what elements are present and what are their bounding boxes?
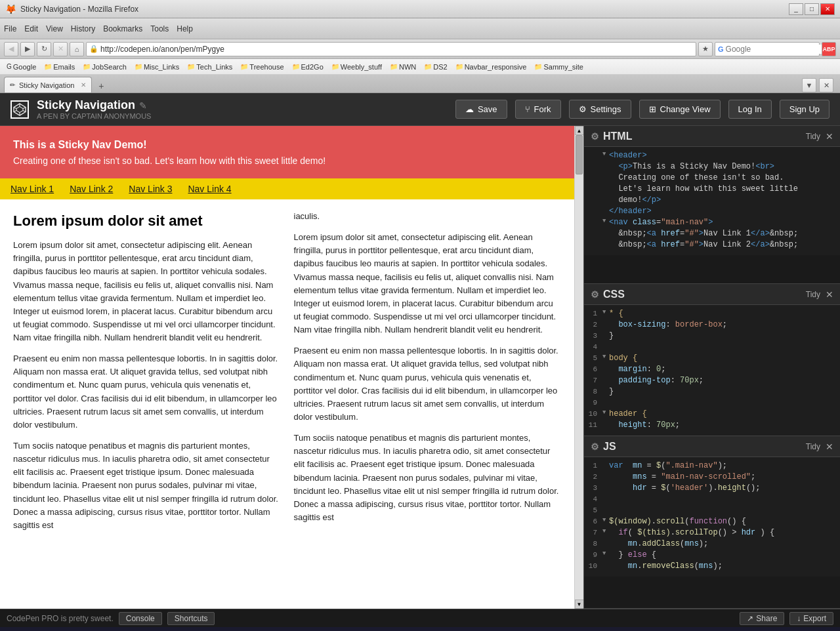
bookmark-ds2-label: DS2 <box>433 63 447 71</box>
code-line: &nbsp;<a href="#">Nav Link 1</a>&nbsp; <box>584 229 840 240</box>
bookmark-google[interactable]: G Google <box>4 63 39 71</box>
home-button[interactable]: ⌂ <box>70 42 84 56</box>
reload-button[interactable]: ↻ <box>37 42 51 56</box>
pen-title: Sticky Navigation <box>37 98 135 112</box>
css-gear-icon[interactable]: ⚙ <box>591 289 599 300</box>
pen-edit-icon[interactable]: ✎ <box>139 100 147 111</box>
bookmark-misc-links[interactable]: 📁 Misc_Links <box>132 63 182 71</box>
code-line: 6 margin: 0; <box>584 365 840 376</box>
menu-help[interactable]: Help <box>177 24 193 33</box>
fork-label: Fork <box>534 104 551 114</box>
tab-close-button[interactable]: ✕ <box>81 81 86 89</box>
active-tab[interactable]: ✏ Sticky Navigation ✕ <box>4 77 92 92</box>
bookmark-ds2[interactable]: 📁 DS2 <box>421 63 450 71</box>
bookmark-emails-label: Emails <box>53 63 75 71</box>
css-tidy-button[interactable]: Tidy <box>806 290 820 299</box>
treehouse-bookmark-icon: 📁 <box>240 63 248 70</box>
codepen-logo <box>10 100 29 119</box>
html-close-button[interactable]: ✕ <box>826 131 833 142</box>
google-icon: G <box>718 45 724 53</box>
demo-body: Lorem ipsum dolor sit amet Lorem ipsum d… <box>0 199 574 550</box>
html-code-editor[interactable]: ▼ <header> <p>This is a Sticky Nav Demo!… <box>584 147 840 255</box>
code-line: 3 hdr = $('header').height(); <box>584 483 840 495</box>
menu-history[interactable]: History <box>71 24 95 33</box>
settings-button[interactable]: ⚙ Settings <box>569 100 631 119</box>
menu-edit[interactable]: Edit <box>24 24 38 33</box>
tab-list-button[interactable]: ▼ <box>802 78 816 92</box>
close-button[interactable]: ✕ <box>820 3 835 15</box>
css-close-button[interactable]: ✕ <box>826 289 833 300</box>
new-window-button[interactable]: ✕ <box>819 78 833 92</box>
navbar-bookmark-icon: 📁 <box>455 63 463 70</box>
fork-button[interactable]: ⑂ Fork <box>515 100 561 119</box>
export-button[interactable]: ↓ Export <box>789 612 833 625</box>
menu-tools[interactable]: Tools <box>150 24 169 33</box>
forward-button[interactable]: ▶ <box>20 42 35 56</box>
demo-para3: Tum sociis natoque penatibus et magnis d… <box>13 439 281 532</box>
code-line: 1 var mn = $(".main-nav"); <box>584 461 840 472</box>
bookmark-weebly[interactable]: 📁 Weebly_stuff <box>329 63 385 71</box>
back-button[interactable]: ◀ <box>4 42 18 56</box>
code-line: 9 <box>584 398 840 409</box>
bookmark-jobsearch[interactable]: 📁 JobSearch <box>80 63 129 71</box>
preview-pane: This is a Sticky Nav Demo! Creating one … <box>0 126 584 609</box>
bookmark-sammy-label: Sammy_site <box>543 63 583 71</box>
code-line: </header> <box>584 207 840 218</box>
scrollbar-down-button[interactable]: ▼ <box>575 600 584 609</box>
js-gear-icon[interactable]: ⚙ <box>591 441 599 452</box>
maximize-button[interactable]: □ <box>805 3 819 15</box>
change-view-button[interactable]: ⊞ Change View <box>639 100 721 119</box>
bookmark-emails[interactable]: 📁 Emails <box>41 63 77 71</box>
sammy-bookmark-icon: 📁 <box>534 63 542 70</box>
bookmark-sammy-site[interactable]: 📁 Sammy_site <box>532 63 586 71</box>
address-bar[interactable] <box>100 45 693 54</box>
bookmark-ed2go[interactable]: 📁 Ed2Go <box>289 63 326 71</box>
demo-h2: Lorem ipsum dolor sit amet <box>13 210 281 232</box>
html-tidy-button[interactable]: Tidy <box>806 132 820 141</box>
address-lock-icon: 🔒 <box>89 45 98 53</box>
adblock-button[interactable]: ABP <box>822 42 836 56</box>
search-input[interactable] <box>726 45 824 54</box>
bookmark-navbar[interactable]: 📁 Navbar_responsive <box>453 63 530 71</box>
changeview-icon: ⊞ <box>649 104 656 114</box>
shortcuts-button[interactable]: Shortcuts <box>167 612 215 625</box>
scrollbar-thumb[interactable] <box>576 135 583 174</box>
login-button[interactable]: Log In <box>728 100 772 119</box>
bookmark-tech-links[interactable]: 📁 Tech_Links <box>184 63 235 71</box>
code-line: 6 ▼ $(window).scroll(function() { <box>584 517 840 528</box>
js-tidy-button[interactable]: Tidy <box>806 442 820 451</box>
codepen-main: This is a Sticky Nav Demo! Creating one … <box>0 126 840 609</box>
new-tab-button[interactable]: + <box>94 79 108 92</box>
menu-view[interactable]: View <box>46 24 63 33</box>
scrollbar-up-button[interactable]: ▲ <box>575 126 584 135</box>
nav-link-2[interactable]: Nav Link 2 <box>70 184 113 194</box>
code-line: 7 padding-top: 70px; <box>584 376 840 387</box>
share-button[interactable]: ↗ Share <box>740 612 784 625</box>
code-line: 7 ▼ if( $(this).scrollTop() > hdr ) { <box>584 528 840 539</box>
css-code-editor[interactable]: 1 ▼ * { 2 box-sizing: border-box; 3 <box>584 305 840 436</box>
html-panel-title: ⚙ HTML <box>591 131 632 142</box>
html-gear-icon[interactable]: ⚙ <box>591 131 599 142</box>
browser-menu: File Edit View History Bookmarks Tools H… <box>4 24 193 33</box>
menu-file[interactable]: File <box>4 24 16 33</box>
signup-label: Sign Up <box>789 104 820 114</box>
js-panel-header: ⚙ JS Tidy ✕ <box>584 436 840 457</box>
signup-button[interactable]: Sign Up <box>780 100 830 119</box>
bookmark-star-button[interactable]: ★ <box>698 42 713 56</box>
js-code-editor[interactable]: 1 var mn = $(".main-nav"); 2 mns = "main… <box>584 457 840 577</box>
nav-link-4[interactable]: Nav Link 4 <box>188 184 231 194</box>
stop-button[interactable]: ✕ <box>53 42 68 56</box>
console-button[interactable]: Console <box>119 612 162 625</box>
save-button[interactable]: ☁ Save <box>455 100 507 119</box>
nav-link-3[interactable]: Nav Link 3 <box>129 184 172 194</box>
menu-bookmarks[interactable]: Bookmarks <box>103 24 142 33</box>
bookmark-treehouse[interactable]: 📁 Treehouse <box>238 63 286 71</box>
svg-marker-1 <box>16 106 23 112</box>
js-close-button[interactable]: ✕ <box>826 441 833 452</box>
tab-favicon: ✏ <box>10 81 15 89</box>
demo-para2: Praesent eu enim non massa pellentesque … <box>13 352 281 432</box>
nav-link-1[interactable]: Nav Link 1 <box>10 184 54 194</box>
css-panel-actions: Tidy ✕ <box>806 289 833 300</box>
minimize-button[interactable]: _ <box>789 3 803 15</box>
bookmark-nwn[interactable]: 📁 NWN <box>387 63 419 71</box>
